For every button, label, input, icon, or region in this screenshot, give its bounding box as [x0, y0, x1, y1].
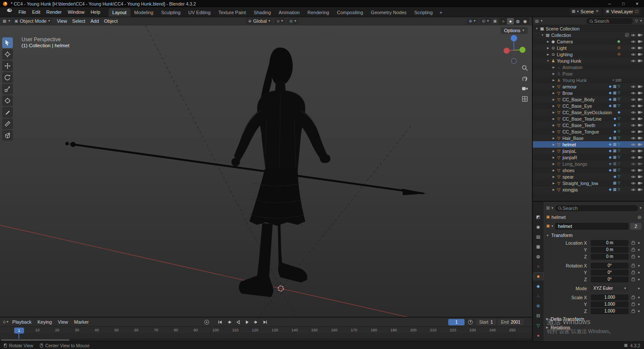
playhead-badge[interactable]: 1: [14, 328, 24, 334]
properties-tab[interactable]: ⊟: [533, 312, 543, 319]
row-label[interactable]: Lighting: [557, 52, 573, 57]
outliner-row[interactable]: Camera ◆ ▦ ▽ ♦ ◉ ⊙: [533, 38, 644, 45]
hide-eye-icon[interactable]: [631, 156, 636, 159]
workspace-tab[interactable]: UV Editing: [184, 8, 214, 17]
expand-toggle-icon[interactable]: [551, 149, 556, 153]
timeline-scrollbar[interactable]: [0, 339, 532, 341]
filter-icon[interactable]: ▽: [635, 19, 638, 23]
users-count-button[interactable]: 2: [630, 223, 641, 230]
expand-toggle-icon[interactable]: [551, 130, 556, 134]
lock-icon[interactable]: [632, 256, 635, 258]
expand-toggle-icon[interactable]: [551, 137, 556, 140]
expand-toggle-icon[interactable]: [551, 111, 556, 114]
proportional-editing-toggle[interactable]: ◎ ▾: [287, 18, 298, 24]
outliner-row[interactable]: spear ◆ ▦ ▽ ♦ ◉ ⊙: [533, 173, 644, 180]
scrollbar-thumb[interactable]: [1, 339, 70, 341]
animate-dot-icon[interactable]: [638, 256, 640, 258]
expand-toggle-icon[interactable]: [546, 40, 550, 43]
animate-dot-icon[interactable]: [638, 310, 640, 312]
field-value[interactable]: 0 m: [591, 247, 629, 253]
properties-tab[interactable]: ▦: [533, 243, 543, 250]
expand-toggle-icon[interactable]: [551, 85, 556, 88]
properties-tab[interactable]: ○: [533, 263, 543, 270]
expand-toggle-icon[interactable]: [551, 124, 556, 127]
workspace-tab[interactable]: Modeling: [131, 8, 158, 17]
tweak-select-tool-button[interactable]: [2, 37, 13, 48]
menu-item[interactable]: Help: [88, 8, 103, 16]
menu-item[interactable]: Edit: [29, 8, 43, 16]
expand-toggle-icon[interactable]: [551, 143, 556, 146]
outliner-row[interactable]: Scene Collection ◆ ▦ ▽ ♦ ◉ ⊙: [533, 25, 644, 32]
animate-dot-icon[interactable]: [638, 265, 640, 267]
field-value[interactable]: 0°: [591, 276, 629, 282]
animate-dot-icon[interactable]: [638, 272, 640, 273]
hide-eye-icon[interactable]: [631, 162, 636, 166]
playhead-line[interactable]: [18, 334, 19, 339]
outliner-row[interactable]: CC_Base_Teeth ◆ ▦ ▽ ♦ ◉ ⊙: [533, 122, 644, 128]
hide-eye-icon[interactable]: [631, 40, 636, 43]
workspace-tab[interactable]: Compositing: [333, 8, 367, 17]
editor-type-icon[interactable]: ▤: [535, 19, 539, 23]
hide-eye-icon[interactable]: [631, 104, 636, 108]
disable-render-icon[interactable]: [638, 123, 643, 127]
lock-icon[interactable]: [632, 249, 635, 252]
expand-toggle-icon[interactable]: [551, 66, 556, 69]
properties-tab[interactable]: ▤: [533, 233, 543, 240]
jump-to-start-button[interactable]: [216, 319, 224, 325]
outliner-row[interactable]: Young Hunk ◆ ▦ ▽ ♦ ◉ ⊙: [533, 58, 644, 64]
workspace-tab[interactable]: Rendering: [304, 8, 333, 17]
expand-toggle-icon[interactable]: [551, 91, 556, 95]
expand-toggle-icon[interactable]: [551, 182, 556, 185]
timeline-ruler[interactable]: 10 20 30 40 50 60 70 80: [0, 326, 532, 334]
animate-dot-icon[interactable]: [638, 288, 640, 289]
outliner-row[interactable]: Collection ◆ ▦ ▽ ♦ ◉ ⊙: [533, 32, 644, 38]
outliner-row[interactable]: CC_Base_EyeOcclusion ◆ ▦ ▽ ♦ ◉ ⊙: [533, 109, 644, 115]
lock-icon[interactable]: [632, 303, 635, 306]
outliner-row[interactable]: Pose ◆ ▦ ▽ ♦ ◉ ⊙: [533, 70, 644, 77]
properties-tab[interactable]: ⊚: [533, 302, 543, 310]
disable-render-icon[interactable]: [638, 155, 643, 159]
workspace-tab[interactable]: Geometry Nodes: [367, 8, 410, 17]
properties-tab[interactable]: ◉: [533, 223, 543, 231]
annotate-tool-button[interactable]: [2, 107, 13, 118]
pin-icon[interactable]: ◎: [638, 215, 641, 219]
hide-eye-icon[interactable]: [631, 46, 636, 50]
properties-tab[interactable]: ■: [533, 273, 543, 280]
workspace-tab[interactable]: Animation: [275, 8, 304, 17]
animate-dot-icon[interactable]: [638, 279, 640, 280]
menu-item[interactable]: Add: [88, 18, 102, 24]
current-frame-field[interactable]: 1: [448, 319, 465, 325]
move-tool-button[interactable]: [2, 61, 13, 71]
blender-menu-icon[interactable]: [3, 8, 15, 16]
row-label[interactable]: Long_bangs: [562, 161, 587, 167]
editor-type-icon[interactable]: ▦: [3, 19, 6, 23]
outliner-row[interactable]: Animation ◆ ▦ ▽ ♦ ◉ ⊙: [533, 64, 644, 70]
outliner-row[interactable]: Straight_long_low ◆ ▦ ▽ ♦ ◉ ⊙: [533, 180, 644, 186]
outliner-row[interactable]: helmet ◆ ▦ ▽ ♦ ◉ ⊙: [533, 141, 644, 148]
menu-item[interactable]: Playback: [9, 319, 35, 325]
measure-tool-button[interactable]: [2, 118, 13, 129]
snapping-toggle[interactable]: ∪ ▾: [274, 18, 285, 24]
transform-tool-button[interactable]: [2, 95, 13, 106]
properties-tab[interactable]: ◩: [533, 213, 543, 221]
row-label[interactable]: helmet: [562, 142, 576, 147]
transform-section-header[interactable]: ▼ Transform: [546, 231, 641, 239]
row-label[interactable]: CC_Base_Tongue: [562, 129, 599, 134]
row-label[interactable]: jianjiaL: [562, 149, 577, 154]
row-label[interactable]: Young Hunk: [557, 58, 581, 64]
editor-type-icon[interactable]: ⊙: [3, 320, 6, 324]
menu-item[interactable]: Window: [65, 8, 88, 16]
disable-render-icon[interactable]: [638, 162, 643, 166]
animate-dot-icon[interactable]: [638, 242, 640, 244]
expand-toggle-icon[interactable]: [551, 169, 556, 172]
rendered-shading-button[interactable]: ◉: [522, 18, 529, 24]
outliner-row[interactable]: CC_Base_Eye ◆ ▦ ▽ ♦ ◉ ⊙: [533, 103, 644, 109]
hide-eye-icon[interactable]: [631, 91, 636, 95]
lock-icon[interactable]: [632, 265, 635, 267]
ortho-grid-icon[interactable]: [522, 96, 528, 102]
material-shading-button[interactable]: ◍: [514, 18, 521, 24]
outliner-row[interactable]: CC_Base_Body ◆ ▦ ▽ ♦ ◉ ⊙: [533, 96, 644, 103]
workspace-tab[interactable]: Shading: [250, 8, 275, 17]
disable-render-icon[interactable]: [638, 110, 643, 114]
animate-dot-icon[interactable]: [638, 249, 640, 251]
